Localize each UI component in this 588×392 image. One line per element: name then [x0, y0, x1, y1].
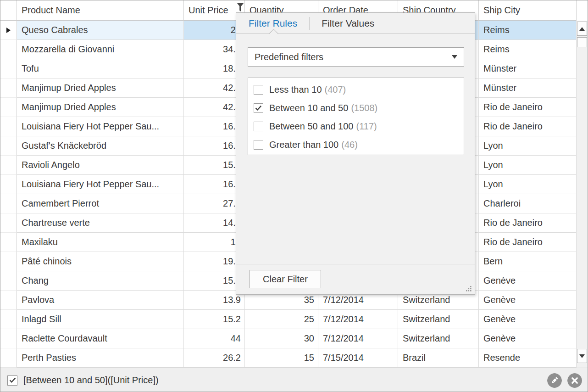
vertical-scrollbar[interactable]: [577, 21, 588, 368]
grid-cell[interactable]: Gustaf's Knäckebröd: [17, 136, 184, 156]
grid-cell[interactable]: Ravioli Angelo: [17, 156, 184, 175]
dropdown-value: Predefined filters: [255, 52, 452, 62]
grid-cell[interactable]: Rio de Janeiro: [479, 98, 577, 117]
grid-cell[interactable]: Resende: [479, 348, 577, 368]
row-indicator[interactable]: [0, 348, 17, 368]
row-indicator[interactable]: [0, 59, 17, 78]
scrollbar-down-button[interactable]: [577, 349, 587, 363]
grid-cell[interactable]: 15.2: [184, 310, 245, 329]
grid-cell[interactable]: 7/12/2014: [318, 310, 398, 329]
popup-footer: Clear Filter: [236, 264, 475, 294]
close-filter-button[interactable]: [567, 373, 582, 388]
grid-cell[interactable]: Lyon: [479, 156, 577, 175]
chevron-down-icon: [452, 55, 457, 59]
grid-cell[interactable]: Lyon: [479, 175, 577, 194]
grid-cell[interactable]: 7/15/2014: [318, 348, 398, 368]
checkbox[interactable]: [254, 140, 263, 150]
scrollbar-up-button[interactable]: [577, 22, 587, 36]
grid-cell[interactable]: Camembert Pierrot: [17, 194, 184, 213]
grid-cell[interactable]: Rio de Janeiro: [479, 213, 577, 233]
grid-cell[interactable]: Louisiana Fiery Hot Pepper Sau...: [17, 117, 184, 136]
filter-enabled-checkbox[interactable]: [7, 375, 17, 386]
filter-option[interactable]: Between 10 and 50(1508): [248, 99, 464, 117]
grid-cell[interactable]: Münster: [479, 78, 577, 98]
grid-cell[interactable]: Manjimup Dried Apples: [17, 98, 184, 117]
row-indicator[interactable]: [0, 78, 17, 98]
grid-cell[interactable]: Queso Cabrales: [17, 21, 184, 40]
grid-cell[interactable]: Pâté chinois: [17, 252, 184, 271]
filter-option[interactable]: Less than 10(407): [248, 80, 464, 99]
row-indicator[interactable]: [0, 40, 17, 59]
filter-icon[interactable]: [237, 3, 244, 13]
row-indicator[interactable]: [0, 310, 17, 329]
grid-cell[interactable]: Inlagd Sill: [17, 310, 184, 329]
checkbox[interactable]: [254, 103, 263, 113]
grid-cell[interactable]: Pavlova: [17, 291, 184, 310]
grid-cell[interactable]: Manjimup Dried Apples: [17, 78, 184, 98]
column-header-ship-city[interactable]: Ship City: [479, 0, 577, 21]
grid-cell[interactable]: Mozzarella di Giovanni: [17, 40, 184, 59]
row-indicator[interactable]: [0, 271, 17, 291]
row-indicator[interactable]: [0, 252, 17, 271]
row-indicator[interactable]: [0, 213, 17, 233]
resize-grip-icon[interactable]: [465, 286, 472, 292]
table-row[interactable]: Inlagd Sill15.2257/12/2014SwitzerlandGen…: [0, 310, 577, 329]
grid-cell[interactable]: Tofu: [17, 59, 184, 78]
filter-option-count: (117): [356, 121, 377, 132]
grid-cell[interactable]: 15: [245, 348, 318, 368]
grid-cell[interactable]: Switzerland: [398, 329, 479, 348]
grid-cell[interactable]: Charleroi: [479, 194, 577, 213]
grid-cell[interactable]: Genève: [479, 291, 577, 310]
grid-cell[interactable]: Reims: [479, 21, 577, 40]
row-indicator[interactable]: [0, 156, 17, 175]
row-indicator[interactable]: [0, 117, 17, 136]
predefined-filters-dropdown[interactable]: Predefined filters: [248, 47, 464, 67]
row-indicator[interactable]: [0, 233, 17, 252]
grid-cell[interactable]: Genève: [479, 310, 577, 329]
grid-cell[interactable]: 26.2: [184, 348, 245, 368]
grid-cell[interactable]: 44: [184, 329, 245, 348]
column-header-label: Unit Price: [189, 5, 228, 16]
grid-cell[interactable]: Rio de Janeiro: [479, 233, 577, 252]
checkbox[interactable]: [254, 122, 263, 131]
table-row[interactable]: Raclette Courdavault44307/12/2014Switzer…: [0, 329, 577, 348]
row-indicator[interactable]: [0, 175, 17, 194]
checkbox[interactable]: [254, 85, 263, 95]
filter-options-list: Less than 10(407)Between 10 and 50(1508)…: [248, 78, 464, 155]
grid-cell[interactable]: Switzerland: [398, 310, 479, 329]
column-header-product-name[interactable]: Product Name: [17, 0, 184, 21]
row-indicator[interactable]: [0, 194, 17, 213]
row-indicator[interactable]: [0, 329, 17, 348]
filter-option[interactable]: Between 50 and 100(117): [248, 117, 464, 135]
grid-cell[interactable]: Chang: [17, 271, 184, 291]
grid-cell[interactable]: Lyon: [479, 136, 577, 156]
clear-filter-button[interactable]: Clear Filter: [250, 270, 321, 288]
grid-cell[interactable]: Perth Pasties: [17, 348, 184, 368]
grid-cell[interactable]: Bern: [479, 252, 577, 271]
scrollbar-thumb[interactable]: [577, 37, 587, 47]
row-indicator[interactable]: [0, 136, 17, 156]
row-indicator[interactable]: [0, 98, 17, 117]
column-header-label: Product Name: [22, 5, 80, 16]
grid-cell[interactable]: 7/12/2014: [318, 329, 398, 348]
filter-option[interactable]: Greater than 100(46): [248, 135, 464, 154]
grid-cell[interactable]: Louisiana Fiery Hot Pepper Sau...: [17, 175, 184, 194]
grid-cell[interactable]: Brazil: [398, 348, 479, 368]
edit-filter-button[interactable]: [547, 373, 562, 388]
grid-cell[interactable]: 30: [245, 329, 318, 348]
tab-filter-rules[interactable]: Filter Rules: [249, 18, 297, 29]
grid-cell[interactable]: 25: [245, 310, 318, 329]
tab-separator: [309, 17, 310, 30]
grid-cell[interactable]: Rio de Janeiro: [479, 117, 577, 136]
grid-cell[interactable]: Raclette Courdavault: [17, 329, 184, 348]
grid-cell[interactable]: Chartreuse verte: [17, 213, 184, 233]
grid-cell[interactable]: Genève: [479, 329, 577, 348]
grid-cell[interactable]: Maxilaku: [17, 233, 184, 252]
grid-cell[interactable]: Genève: [479, 271, 577, 291]
tab-filter-values[interactable]: Filter Values: [322, 18, 374, 29]
row-indicator[interactable]: [0, 291, 17, 310]
grid-cell[interactable]: Münster: [479, 59, 577, 78]
row-indicator[interactable]: [0, 21, 17, 40]
grid-cell[interactable]: Reims: [479, 40, 577, 59]
table-row[interactable]: Perth Pasties26.2157/15/2014BrazilResend…: [0, 348, 577, 368]
